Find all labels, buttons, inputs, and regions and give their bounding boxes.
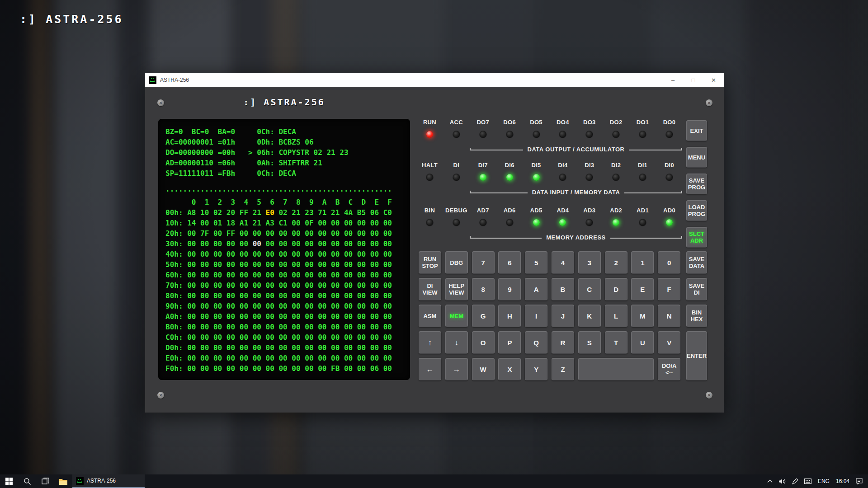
key-di-view[interactable]: DI VIEW — [419, 278, 441, 300]
key-3[interactable]: 3 — [578, 251, 601, 274]
pen-icon[interactable] — [792, 479, 798, 484]
key-0[interactable]: 0 — [658, 251, 680, 274]
key-asm[interactable]: ASM — [419, 305, 441, 327]
led-do4 — [559, 131, 566, 138]
screw-icon: ✕ — [157, 99, 164, 106]
led-label-do2: DO2 — [603, 119, 629, 126]
led-label-di: DI — [443, 162, 470, 169]
start-button[interactable] — [0, 474, 18, 488]
key-b[interactable]: B — [552, 278, 574, 300]
key-z[interactable]: Z — [552, 358, 574, 380]
doa-key[interactable]: DO/A <-- — [658, 358, 680, 380]
key-v[interactable]: V — [658, 331, 680, 354]
key-[interactable]: ↓ — [445, 331, 468, 354]
key-w[interactable]: W — [472, 358, 495, 380]
key-exit[interactable]: EXIT — [686, 120, 707, 141]
key-load-prog[interactable]: LOAD PROG — [686, 200, 707, 221]
led-do6 — [506, 131, 513, 138]
led-halt — [426, 174, 433, 181]
led-di — [453, 174, 460, 181]
key-f[interactable]: F — [658, 278, 680, 300]
key-s[interactable]: S — [578, 331, 601, 354]
app-icon: :] — [149, 76, 156, 84]
file-explorer-icon[interactable] — [54, 474, 72, 488]
minimize-button[interactable]: – — [663, 73, 683, 87]
key-l[interactable]: L — [605, 305, 627, 327]
key-save-di[interactable]: SAVE DI — [686, 278, 707, 300]
led-ad6 — [506, 219, 513, 226]
led-di7 — [480, 174, 486, 181]
key-save-data[interactable]: SAVE DATA — [686, 251, 707, 274]
key-save-prog[interactable]: SAVE PROG — [686, 174, 707, 194]
key-6[interactable]: 6 — [498, 251, 521, 274]
led-di2 — [613, 174, 619, 181]
key-mem[interactable]: MEM — [445, 305, 468, 327]
taskbar-app-astra256[interactable]: :] ASTRA-256 — [72, 474, 145, 488]
terminal-screen: BZ=0 BC=0 BA=0 0Ch: DECA AC=00000001 =01… — [158, 119, 410, 380]
close-button[interactable]: ✕ — [703, 73, 724, 87]
key-a[interactable]: A — [525, 278, 547, 300]
hidden-icons-chevron-icon[interactable] — [767, 479, 773, 483]
blank-key[interactable] — [578, 358, 654, 380]
led-group-1: HALTDIDI7DI6DI5DI4DI3DI2DI1DI0DATA INPUT… — [416, 162, 683, 193]
key-help-view[interactable]: HELP VIEW — [445, 278, 468, 300]
key-7[interactable]: 7 — [472, 251, 495, 274]
key-i[interactable]: I — [525, 305, 547, 327]
key-j[interactable]: J — [552, 305, 574, 327]
key-2[interactable]: 2 — [605, 251, 627, 274]
key-y[interactable]: Y — [525, 358, 547, 380]
led-run — [426, 131, 433, 138]
key-c[interactable]: C — [578, 278, 601, 300]
key-[interactable]: ↑ — [419, 331, 441, 354]
taskbar: :] ASTRA-256 ENG 16:04 — [0, 474, 868, 488]
search-icon[interactable] — [18, 474, 36, 488]
key-q[interactable]: Q — [525, 331, 547, 354]
led-label-run: RUN — [416, 119, 443, 126]
key-m[interactable]: M — [631, 305, 654, 327]
key-n[interactable]: N — [658, 305, 680, 327]
key-9[interactable]: 9 — [498, 278, 521, 300]
taskbar-app-label: ASTRA-256 — [87, 478, 116, 484]
key-menu[interactable]: MENU — [686, 147, 707, 168]
key-x[interactable]: X — [498, 358, 521, 380]
task-view-icon[interactable] — [36, 474, 54, 488]
key-4[interactable]: 4 — [552, 251, 574, 274]
key-u[interactable]: U — [631, 331, 654, 354]
action-center-icon[interactable] — [856, 478, 863, 484]
key-dbg[interactable]: DBG — [445, 251, 468, 274]
led-label-ad1: AD1 — [629, 207, 656, 214]
touch-keyboard-icon[interactable] — [804, 479, 811, 484]
key-8[interactable]: 8 — [472, 278, 495, 300]
led-do7 — [480, 131, 486, 138]
led-di1 — [639, 174, 646, 181]
led-label-di0: DI0 — [656, 162, 683, 169]
led-ad1 — [639, 219, 646, 226]
key-enter[interactable]: ENTER — [686, 331, 707, 380]
key-run-stop[interactable]: RUN STOP — [419, 251, 441, 274]
key-5[interactable]: 5 — [525, 251, 547, 274]
led-di5 — [533, 174, 540, 181]
key-1[interactable]: 1 — [631, 251, 654, 274]
key-p[interactable]: P — [498, 331, 521, 354]
key-t[interactable]: T — [605, 331, 627, 354]
key-[interactable]: ← — [419, 358, 441, 380]
key-e[interactable]: E — [631, 278, 654, 300]
key-r[interactable]: R — [552, 331, 574, 354]
led-label-di4: DI4 — [549, 162, 576, 169]
key-h[interactable]: H — [498, 305, 521, 327]
app-window: :] ASTRA-256 – □ ✕ :] ASTRA-256 ✕ ✕ ✕ ✕ … — [145, 73, 724, 412]
key-k[interactable]: K — [578, 305, 601, 327]
window-title: ASTRA-256 — [160, 77, 189, 83]
key-d[interactable]: D — [605, 278, 627, 300]
led-bin — [426, 219, 433, 226]
maximize-button[interactable]: □ — [683, 73, 703, 87]
key-slct-adr[interactable]: SLCT ADR — [686, 227, 707, 248]
volume-icon[interactable] — [779, 479, 786, 484]
window-titlebar[interactable]: :] ASTRA-256 – □ ✕ — [145, 73, 724, 87]
language-indicator[interactable]: ENG — [818, 478, 830, 484]
key-o[interactable]: O — [472, 331, 495, 354]
key-[interactable]: → — [445, 358, 468, 380]
key-g[interactable]: G — [472, 305, 495, 327]
clock[interactable]: 16:04 — [836, 478, 849, 484]
key-bin-hex[interactable]: BIN HEX — [686, 305, 707, 327]
